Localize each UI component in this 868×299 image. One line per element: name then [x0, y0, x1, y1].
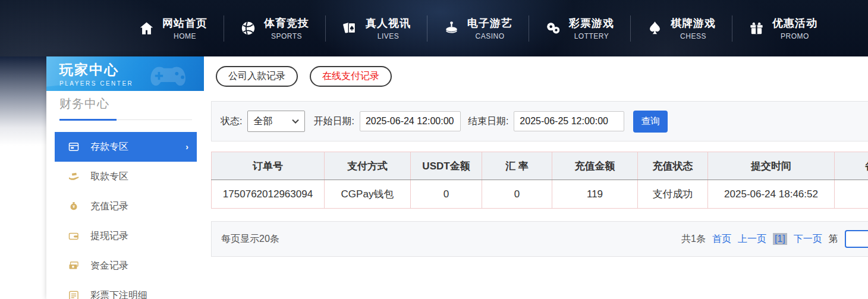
col-usdt-amount: USDT金额 — [411, 152, 482, 180]
nav-label-en: CASINO — [475, 32, 504, 40]
table-header-row: 订单号 支付方式 USDT金额 汇 率 充值金额 充值状态 提交时间 备注 — [212, 152, 868, 180]
cell-usdt-amount: 0 — [411, 180, 482, 209]
nav-item-sports[interactable]: 体育竞技SPORTS — [224, 16, 325, 40]
sidebar-item-deposit[interactable]: 存款专区 › — [55, 132, 197, 162]
home-icon — [139, 20, 155, 36]
end-date-label: 结束日期: — [468, 115, 508, 128]
cell-exchange-rate: 0 — [482, 180, 552, 209]
sidebar-item-lottery-bets[interactable]: 彩票下注明细 — [55, 281, 197, 299]
cash-icon — [68, 260, 80, 272]
money-bag-icon: ¥ — [68, 200, 80, 212]
sidebar-section-finance: 财务中心 — [59, 96, 192, 120]
nav-item-promo[interactable]: 优惠活动PROMO — [732, 16, 834, 40]
cell-remark — [835, 180, 868, 209]
cell-recharge-status: 支付成功 — [638, 180, 708, 209]
table-row: 1750762012963094 CGPay钱包 0 0 119 支付成功 20… — [212, 180, 868, 209]
nav-item-lottery[interactable]: 彩票游戏LOTTERY — [529, 16, 630, 40]
col-order-id: 订单号 — [212, 152, 325, 180]
cell-payment-method: CGPay钱包 — [325, 180, 411, 209]
nav-label-zh: 体育竞技 — [264, 16, 309, 30]
nav-label-en: HOME — [174, 32, 196, 40]
sidebar-header: 玩家中心 PLAYERS CENTER — [46, 56, 204, 91]
nav-item-chess[interactable]: 棋牌游戏CHESS — [631, 16, 732, 40]
cell-order-id: 1750762012963094 — [212, 180, 325, 209]
sidebar-item-label: 取款专区 — [90, 171, 128, 183]
payment-records-table: 订单号 支付方式 USDT金额 汇 率 充值金额 充值状态 提交时间 备注 17… — [211, 152, 868, 209]
tab-online-payment-records[interactable]: 在线支付记录 — [310, 66, 392, 87]
nav-label-zh: 真人视讯 — [366, 16, 411, 30]
jump-page-label: 第 — [829, 233, 838, 246]
page-size-text: 每页显示20条 — [221, 233, 279, 246]
record-tabs: 公司入款记录 在线支付记录 — [216, 66, 392, 87]
total-count-text: 共1条 — [681, 233, 706, 246]
nav-label-zh: 优惠活动 — [772, 16, 817, 30]
nav-label-en: LOTTERY — [574, 32, 609, 40]
nav-label-zh: 电子游艺 — [467, 16, 512, 30]
nav-item-casino[interactable]: 电子游艺CASINO — [427, 16, 529, 40]
bet-list-icon — [68, 289, 80, 299]
banner-fade-strip — [0, 56, 46, 146]
pagination-controls: 共1条 首页 上一页 [1] 下一页 第 — [681, 230, 868, 248]
sidebar-item-withdrawal-records[interactable]: 提现记录 — [55, 221, 197, 251]
first-page-link[interactable]: 首页 — [712, 233, 731, 246]
tab-company-deposit-records[interactable]: 公司入款记录 — [216, 66, 298, 87]
col-exchange-rate: 汇 率 — [482, 152, 552, 180]
sidebar-item-funds-records[interactable]: 资金记录 — [55, 251, 197, 281]
next-page-link[interactable]: 下一页 — [794, 233, 822, 246]
nav-item-lives[interactable]: 真人视讯LIVES — [326, 16, 427, 40]
status-select[interactable]: 全部 — [247, 111, 305, 132]
sidebar-item-recharge-records[interactable]: ¥ 充值记录 — [55, 191, 197, 221]
col-recharge-status: 充值状态 — [638, 152, 708, 180]
cell-submit-time: 2025-06-24 18:46:52 — [708, 180, 835, 209]
sidebar-item-label: 提现记录 — [90, 230, 128, 243]
gift-icon — [749, 20, 765, 36]
roulette-icon — [444, 20, 460, 36]
sports-ball-icon — [240, 20, 256, 36]
nav-label-en: CHESS — [680, 32, 706, 40]
cell-recharge-amount: 119 — [552, 180, 638, 209]
sidebar-item-label: 资金记录 — [90, 260, 128, 272]
nav-label-en: PROMO — [781, 32, 809, 40]
top-banner: 网站首页HOME 体育竞技SPORTS 真人视讯LIVES 电子游艺CASINO… — [0, 0, 868, 56]
chevron-right-icon: › — [185, 142, 188, 152]
sidebar-section-label: 财务中心 — [59, 97, 109, 110]
sidebar-item-withdraw[interactable]: 取款专区 — [55, 162, 197, 191]
lottery-balls-icon — [545, 20, 561, 36]
spade-icon — [647, 20, 663, 36]
sidebar-subtitle: PLAYERS CENTER — [59, 80, 204, 87]
end-date-input[interactable] — [514, 111, 624, 131]
main-nav: 网站首页HOME 体育竞技SPORTS 真人视讯LIVES 电子游艺CASINO… — [122, 0, 834, 56]
hand-money-icon — [68, 171, 80, 182]
start-date-label: 开始日期: — [313, 115, 354, 128]
col-submit-time: 提交时间 — [708, 152, 835, 180]
search-button[interactable]: 查询 — [633, 111, 668, 133]
nav-label-zh: 棋牌游戏 — [671, 16, 716, 30]
sidebar-item-label: 存款专区 — [90, 141, 128, 153]
nav-label-en: SPORTS — [271, 32, 302, 40]
nav-label-en: LIVES — [378, 32, 400, 40]
main-content: 公司入款记录 在线支付记录 状态: 全部 开始日期: 结束日期: 查询 订单号 … — [204, 56, 868, 299]
pagination-bar: 每页显示20条 共1条 首页 上一页 [1] 下一页 第 — [211, 221, 868, 257]
prev-page-link[interactable]: 上一页 — [738, 233, 766, 246]
nav-item-home[interactable]: 网站首页HOME — [122, 16, 224, 40]
sidebar-title: 玩家中心 — [59, 61, 204, 79]
sidebar-menu: 存款专区 › 取款专区 ¥ 充值记录 提现记录 资金记录 彩票下注明细 — [46, 132, 204, 299]
current-page-indicator: [1] — [773, 233, 787, 245]
status-label: 状态: — [221, 115, 242, 128]
section-underline — [59, 119, 117, 121]
jump-page-input[interactable] — [845, 230, 868, 248]
nav-label-zh: 网站首页 — [162, 16, 207, 30]
sidebar: 玩家中心 PLAYERS CENTER 财务中心 存款专区 › 取款专区 ¥ 充… — [46, 56, 204, 299]
chevron-down-icon — [292, 119, 299, 124]
sidebar-item-label: 充值记录 — [90, 200, 128, 213]
filter-bar: 状态: 全部 开始日期: 结束日期: 查询 — [211, 101, 868, 141]
start-date-input[interactable] — [360, 111, 461, 131]
nav-label-zh: 彩票游戏 — [569, 16, 614, 30]
col-recharge-amount: 充值金额 — [552, 152, 638, 180]
col-payment-method: 支付方式 — [325, 152, 411, 180]
deposit-card-icon — [68, 141, 80, 153]
status-selected-value: 全部 — [253, 115, 272, 128]
wallet-icon — [68, 230, 80, 242]
col-remark: 备注 — [835, 152, 868, 180]
sidebar-item-label: 彩票下注明细 — [90, 289, 147, 299]
